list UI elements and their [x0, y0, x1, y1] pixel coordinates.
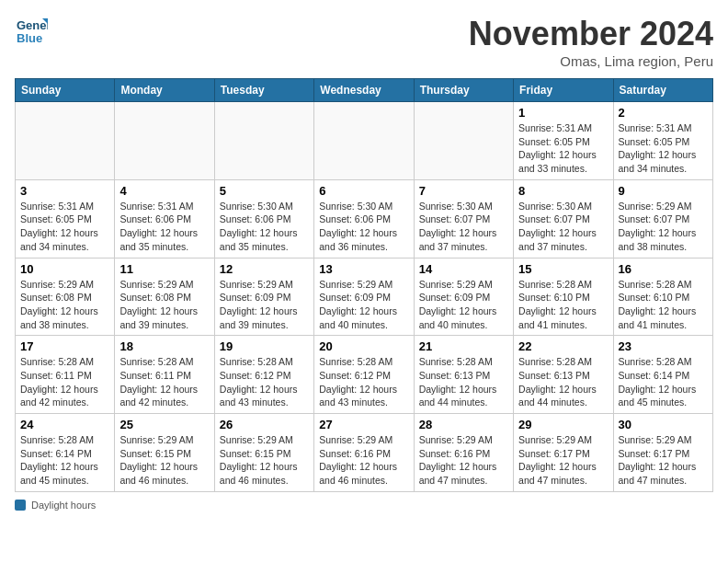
- day-number: 14: [419, 262, 508, 276]
- calendar-cell: 18Sunrise: 5:28 AM Sunset: 6:11 PM Dayli…: [115, 336, 214, 414]
- day-number: 27: [319, 418, 408, 431]
- logo: General Blue: [15, 15, 48, 48]
- calendar-cell: [115, 102, 214, 180]
- day-number: 13: [319, 262, 408, 276]
- calendar-cell: 22Sunrise: 5:28 AM Sunset: 6:13 PM Dayli…: [514, 336, 613, 414]
- calendar-cell: 5Sunrise: 5:30 AM Sunset: 6:06 PM Daylig…: [214, 179, 313, 258]
- day-info: Sunrise: 5:28 AM Sunset: 6:11 PM Dayligh…: [20, 355, 109, 409]
- calendar-cell: 14Sunrise: 5:29 AM Sunset: 6:09 PM Dayli…: [414, 258, 513, 336]
- calendar-cell: 1Sunrise: 5:31 AM Sunset: 6:05 PM Daylig…: [514, 102, 613, 180]
- calendar-cell: 28Sunrise: 5:29 AM Sunset: 6:16 PM Dayli…: [414, 414, 513, 492]
- day-info: Sunrise: 5:29 AM Sunset: 6:08 PM Dayligh…: [20, 278, 109, 332]
- daylight-dot: [15, 500, 26, 511]
- calendar-cell: 25Sunrise: 5:29 AM Sunset: 6:15 PM Dayli…: [115, 414, 214, 492]
- day-info: Sunrise: 5:29 AM Sunset: 6:15 PM Dayligh…: [119, 433, 209, 488]
- day-info: Sunrise: 5:31 AM Sunset: 6:06 PM Dayligh…: [119, 200, 209, 254]
- calendar-cell: 11Sunrise: 5:29 AM Sunset: 6:08 PM Dayli…: [115, 258, 214, 336]
- day-info: Sunrise: 5:30 AM Sunset: 6:07 PM Dayligh…: [419, 200, 508, 254]
- day-info: Sunrise: 5:29 AM Sunset: 6:08 PM Dayligh…: [119, 278, 209, 332]
- day-info: Sunrise: 5:28 AM Sunset: 6:12 PM Dayligh…: [220, 355, 309, 409]
- weekday-header-wednesday: Wednesday: [314, 79, 414, 102]
- day-number: 18: [119, 339, 209, 353]
- logo-icon: General Blue: [15, 15, 48, 48]
- calendar-cell: 20Sunrise: 5:28 AM Sunset: 6:12 PM Dayli…: [314, 336, 414, 414]
- calendar-cell: 2Sunrise: 5:31 AM Sunset: 6:05 PM Daylig…: [613, 102, 712, 180]
- day-info: Sunrise: 5:28 AM Sunset: 6:10 PM Dayligh…: [518, 278, 608, 332]
- day-info: Sunrise: 5:30 AM Sunset: 6:06 PM Dayligh…: [319, 200, 408, 254]
- calendar-cell: 27Sunrise: 5:29 AM Sunset: 6:16 PM Dayli…: [314, 414, 414, 492]
- calendar-cell: 23Sunrise: 5:28 AM Sunset: 6:14 PM Dayli…: [613, 336, 712, 414]
- day-number: 26: [220, 418, 309, 431]
- day-number: 16: [619, 262, 708, 276]
- calendar-cell: [414, 102, 513, 180]
- svg-text:Blue: Blue: [17, 31, 42, 45]
- calendar-cell: 9Sunrise: 5:29 AM Sunset: 6:07 PM Daylig…: [613, 179, 712, 258]
- day-number: 30: [619, 418, 708, 431]
- day-info: Sunrise: 5:31 AM Sunset: 6:05 PM Dayligh…: [518, 121, 608, 176]
- day-info: Sunrise: 5:29 AM Sunset: 6:17 PM Dayligh…: [619, 433, 708, 488]
- calendar-cell: 13Sunrise: 5:29 AM Sunset: 6:09 PM Dayli…: [314, 258, 414, 336]
- header: General Blue November 2024 Omas, Lima re…: [15, 15, 713, 69]
- calendar-table: SundayMondayTuesdayWednesdayThursdayFrid…: [15, 78, 713, 492]
- calendar-cell: 26Sunrise: 5:29 AM Sunset: 6:15 PM Dayli…: [214, 414, 313, 492]
- calendar-cell: 15Sunrise: 5:28 AM Sunset: 6:10 PM Dayli…: [514, 258, 613, 336]
- day-number: 3: [20, 184, 109, 198]
- day-info: Sunrise: 5:28 AM Sunset: 6:13 PM Dayligh…: [518, 355, 608, 409]
- calendar-cell: 3Sunrise: 5:31 AM Sunset: 6:05 PM Daylig…: [16, 179, 115, 258]
- daylight-label: Daylight hours: [31, 500, 96, 511]
- weekday-header-thursday: Thursday: [414, 79, 513, 102]
- day-number: 17: [20, 339, 109, 353]
- calendar-cell: 8Sunrise: 5:30 AM Sunset: 6:07 PM Daylig…: [514, 179, 613, 258]
- day-number: 19: [220, 339, 309, 353]
- day-number: 28: [419, 418, 508, 431]
- calendar-cell: 17Sunrise: 5:28 AM Sunset: 6:11 PM Dayli…: [16, 336, 115, 414]
- day-number: 7: [419, 184, 508, 198]
- day-info: Sunrise: 5:29 AM Sunset: 6:16 PM Dayligh…: [419, 433, 508, 488]
- calendar-header: SundayMondayTuesdayWednesdayThursdayFrid…: [16, 79, 713, 102]
- day-number: 23: [619, 339, 708, 353]
- day-number: 1: [518, 106, 608, 120]
- day-number: 5: [220, 184, 309, 198]
- day-info: Sunrise: 5:29 AM Sunset: 6:17 PM Dayligh…: [518, 433, 608, 488]
- calendar-cell: 10Sunrise: 5:29 AM Sunset: 6:08 PM Dayli…: [16, 258, 115, 336]
- calendar-week-0: 1Sunrise: 5:31 AM Sunset: 6:05 PM Daylig…: [16, 102, 713, 180]
- day-number: 2: [619, 106, 708, 120]
- calendar-cell: [16, 102, 115, 180]
- calendar-cell: [214, 102, 313, 180]
- weekday-header-sunday: Sunday: [16, 79, 115, 102]
- day-info: Sunrise: 5:31 AM Sunset: 6:05 PM Dayligh…: [619, 121, 708, 176]
- calendar-cell: 29Sunrise: 5:29 AM Sunset: 6:17 PM Dayli…: [514, 414, 613, 492]
- weekday-header-monday: Monday: [115, 79, 214, 102]
- day-info: Sunrise: 5:29 AM Sunset: 6:07 PM Dayligh…: [619, 200, 708, 254]
- calendar-cell: 7Sunrise: 5:30 AM Sunset: 6:07 PM Daylig…: [414, 179, 513, 258]
- day-info: Sunrise: 5:29 AM Sunset: 6:09 PM Dayligh…: [220, 278, 309, 332]
- day-info: Sunrise: 5:28 AM Sunset: 6:12 PM Dayligh…: [319, 355, 408, 409]
- day-number: 29: [518, 418, 608, 431]
- calendar-cell: 30Sunrise: 5:29 AM Sunset: 6:17 PM Dayli…: [613, 414, 712, 492]
- day-number: 10: [20, 262, 109, 276]
- day-info: Sunrise: 5:28 AM Sunset: 6:14 PM Dayligh…: [619, 355, 708, 409]
- weekday-header-tuesday: Tuesday: [214, 79, 313, 102]
- day-number: 4: [119, 184, 209, 198]
- day-info: Sunrise: 5:30 AM Sunset: 6:07 PM Dayligh…: [518, 200, 608, 254]
- calendar-week-2: 10Sunrise: 5:29 AM Sunset: 6:08 PM Dayli…: [16, 258, 713, 336]
- day-info: Sunrise: 5:28 AM Sunset: 6:11 PM Dayligh…: [119, 355, 209, 409]
- day-number: 8: [518, 184, 608, 198]
- calendar-cell: 21Sunrise: 5:28 AM Sunset: 6:13 PM Dayli…: [414, 336, 513, 414]
- calendar-week-4: 24Sunrise: 5:28 AM Sunset: 6:14 PM Dayli…: [16, 414, 713, 492]
- calendar-cell: 24Sunrise: 5:28 AM Sunset: 6:14 PM Dayli…: [16, 414, 115, 492]
- day-number: 15: [518, 262, 608, 276]
- calendar-body: 1Sunrise: 5:31 AM Sunset: 6:05 PM Daylig…: [16, 102, 713, 492]
- weekday-header-saturday: Saturday: [613, 79, 712, 102]
- day-number: 25: [119, 418, 209, 431]
- day-info: Sunrise: 5:28 AM Sunset: 6:14 PM Dayligh…: [20, 433, 109, 488]
- day-number: 20: [319, 339, 408, 353]
- day-number: 11: [119, 262, 209, 276]
- day-info: Sunrise: 5:28 AM Sunset: 6:13 PM Dayligh…: [419, 355, 508, 409]
- calendar-cell: [314, 102, 414, 180]
- day-info: Sunrise: 5:28 AM Sunset: 6:10 PM Dayligh…: [619, 278, 708, 332]
- weekday-header-row: SundayMondayTuesdayWednesdayThursdayFrid…: [16, 79, 713, 102]
- calendar-footer: Daylight hours: [15, 500, 713, 511]
- day-info: Sunrise: 5:29 AM Sunset: 6:15 PM Dayligh…: [220, 433, 309, 488]
- calendar-week-1: 3Sunrise: 5:31 AM Sunset: 6:05 PM Daylig…: [16, 179, 713, 258]
